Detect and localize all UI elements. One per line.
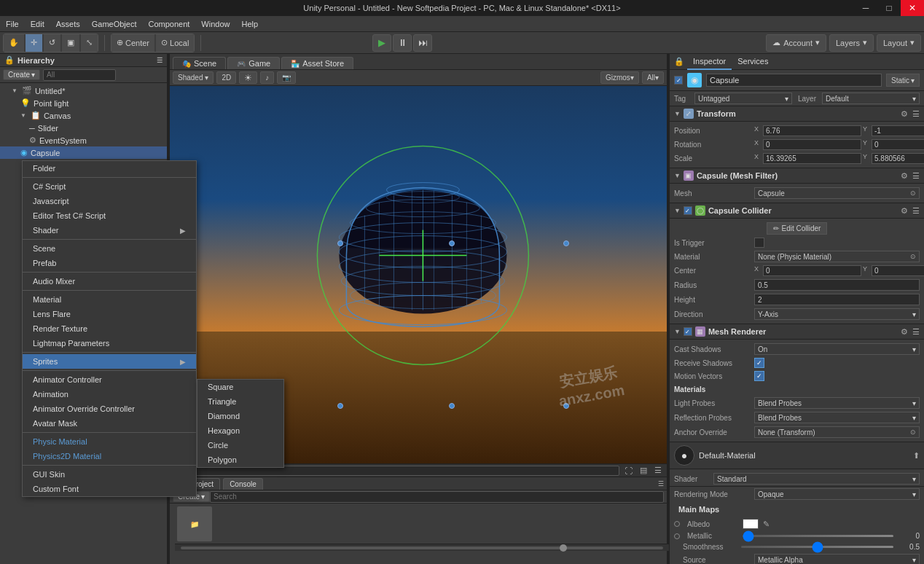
- layers-scene-dropdown[interactable]: All ▾: [642, 71, 664, 84]
- submenu-diamond[interactable]: Diamond: [197, 409, 283, 423]
- collider-menu-icon[interactable]: ☰: [912, 206, 920, 216]
- scale-x-input[interactable]: [763, 153, 861, 164]
- ctx-physic-material[interactable]: Physic Material: [23, 434, 196, 449]
- tab-console[interactable]: Console: [223, 478, 263, 490]
- tree-item-capsule[interactable]: ◉ Capsule: [0, 146, 167, 159]
- play-button[interactable]: ▶: [372, 34, 391, 52]
- hierarchy-lock-icon[interactable]: 🔒: [4, 55, 15, 65]
- context-menu[interactable]: Folder C# Script Javascript Editor Test …: [22, 160, 197, 497]
- edit-collider-button[interactable]: ✏ Edit Collider: [767, 222, 828, 235]
- selection-handle-tr[interactable]: [563, 240, 569, 246]
- step-button[interactable]: ⏭: [413, 34, 432, 52]
- view-2d-button[interactable]: 2D: [216, 71, 236, 84]
- albedo-pencil-icon[interactable]: ✎: [763, 520, 770, 529]
- pause-button[interactable]: ⏸: [393, 34, 412, 52]
- menu-gameobject[interactable]: GameObject: [86, 16, 143, 32]
- audio-button[interactable]: ♪: [260, 71, 274, 84]
- minimize-button[interactable]: ─: [854, 0, 877, 16]
- scale-y-input[interactable]: [872, 153, 924, 164]
- meshfilter-component-header[interactable]: ▼ ▣ Capsule (Mesh Filter) ⚙ ☰: [670, 168, 924, 184]
- menu-window[interactable]: Window: [195, 16, 235, 32]
- ctx-shader[interactable]: Shader ▶: [23, 223, 196, 238]
- menu-file[interactable]: File: [0, 16, 25, 32]
- collider-mat-select-icon[interactable]: ⊙: [910, 253, 916, 260]
- selection-handle-tm[interactable]: [449, 240, 455, 246]
- is-trigger-checkbox[interactable]: [754, 238, 764, 248]
- renderer-component-header[interactable]: ▼ ✓ ▦ Mesh Renderer ⚙ ☰: [670, 324, 924, 340]
- scene-bottom-icon-3[interactable]: ☰: [652, 466, 664, 475]
- ctx-avatar-mask[interactable]: Avatar Mask: [23, 416, 196, 431]
- tab-inspector[interactable]: Inspector: [687, 54, 732, 70]
- collider-settings-icon[interactable]: ⚙: [901, 206, 908, 216]
- assets-search-input[interactable]: [210, 491, 664, 503]
- tag-dropdown[interactable]: Untagged ▾: [694, 93, 792, 104]
- cast-shadows-dropdown[interactable]: On ▾: [754, 343, 920, 355]
- rotation-x-input[interactable]: [763, 139, 861, 150]
- ctx-animator-override[interactable]: Animator Override Controller: [23, 402, 196, 416]
- material-expand-icon[interactable]: ⬆: [913, 451, 920, 461]
- tree-item-untitled[interactable]: ▼ 🎬 Untitled*: [0, 85, 167, 97]
- ctx-physics2d-material[interactable]: Physics2D Material: [23, 449, 196, 463]
- submenu-triangle[interactable]: Triangle: [197, 394, 283, 409]
- lighting-button[interactable]: ☀: [239, 71, 257, 84]
- ctx-csharp[interactable]: C# Script: [23, 179, 196, 194]
- hand-tool[interactable]: ✋: [4, 34, 24, 52]
- ctx-material[interactable]: Material: [23, 292, 196, 307]
- submenu-polygon[interactable]: Polygon: [197, 453, 283, 467]
- static-dropdown[interactable]: Static ▾: [886, 74, 920, 87]
- meshfilter-menu-icon[interactable]: ☰: [912, 171, 920, 181]
- layout-dropdown[interactable]: Layout ▾: [877, 34, 921, 52]
- rect-tool[interactable]: ⤡: [81, 34, 98, 52]
- rotate-tool[interactable]: ↺: [44, 34, 60, 52]
- menu-help[interactable]: Help: [235, 16, 264, 32]
- renderer-enable-checkbox[interactable]: ✓: [684, 327, 692, 336]
- source-dropdown[interactable]: Metallic Alpha ▾: [754, 554, 920, 564]
- ctx-render-texture[interactable]: Render Texture: [23, 321, 196, 336]
- smoothness-slider[interactable]: [741, 546, 893, 548]
- object-name-input[interactable]: [706, 74, 882, 87]
- gizmos-dropdown[interactable]: Gizmos ▾: [600, 71, 639, 84]
- hierarchy-menu-icon[interactable]: ☰: [157, 57, 163, 64]
- hierarchy-create-button[interactable]: Create ▾: [3, 69, 40, 80]
- shading-dropdown[interactable]: Shaded ▾: [173, 71, 214, 84]
- reflection-probes-dropdown[interactable]: Blend Probes ▾: [754, 412, 920, 423]
- submenu-square[interactable]: Square: [197, 380, 283, 394]
- anchor-select-icon[interactable]: ⊙: [910, 428, 916, 436]
- center-y-input[interactable]: [872, 265, 924, 276]
- assets-menu-icon[interactable]: ☰: [658, 480, 664, 487]
- ctx-editor-test[interactable]: Editor Test C# Script: [23, 208, 196, 223]
- position-x-input[interactable]: [763, 125, 861, 136]
- metallic-slider[interactable]: [743, 535, 893, 537]
- tab-asset-store[interactable]: 🏪 Asset Store: [281, 57, 353, 69]
- transform-component-header[interactable]: ▼ ⤢ Transform ⚙ ☰: [670, 106, 924, 122]
- submenu-circle[interactable]: Circle: [197, 438, 283, 453]
- submenu-hexagon[interactable]: Hexagon: [197, 423, 283, 438]
- position-y-input[interactable]: [872, 125, 924, 136]
- ctx-folder[interactable]: Folder: [23, 161, 196, 176]
- renderer-settings-icon[interactable]: ⚙: [901, 327, 908, 337]
- ctx-animator-controller[interactable]: Animator Controller: [23, 372, 196, 387]
- renderer-menu-icon[interactable]: ☰: [912, 327, 920, 337]
- ctx-audio-mixer[interactable]: Audio Mixer: [23, 274, 196, 289]
- rotation-y-input[interactable]: [872, 139, 924, 150]
- shader-dropdown[interactable]: Standard ▾: [713, 473, 920, 485]
- transform-menu-icon[interactable]: ☰: [912, 109, 920, 119]
- tree-item-point-light[interactable]: 💡 Point light: [0, 97, 167, 109]
- sprites-submenu[interactable]: Square Triangle Diamond Hexagon Circle P…: [197, 379, 284, 468]
- anchor-override-selector[interactable]: None (Transform) ⊙: [754, 426, 920, 438]
- menu-edit[interactable]: Edit: [25, 16, 50, 32]
- light-probes-dropdown[interactable]: Blend Probes ▾: [754, 397, 920, 409]
- scale-tool[interactable]: ▣: [62, 34, 79, 52]
- layers-dropdown[interactable]: Layers ▾: [829, 34, 874, 52]
- tree-item-eventsystem[interactable]: ⚙ EventSystem: [0, 134, 167, 146]
- layer-dropdown[interactable]: Default ▾: [822, 93, 920, 104]
- menu-component[interactable]: Component: [142, 16, 195, 32]
- selection-handle-bm[interactable]: [449, 403, 455, 409]
- tab-services[interactable]: Services: [732, 54, 774, 70]
- mesh-select-icon[interactable]: ⊙: [910, 189, 916, 197]
- center-button[interactable]: ⊕ Center: [111, 34, 154, 52]
- ctx-lightmap-params[interactable]: Lightmap Parameters: [23, 336, 196, 350]
- assets-slider-thumb[interactable]: [560, 544, 567, 552]
- ctx-lens-flare[interactable]: Lens Flare: [23, 307, 196, 321]
- inspector-lock-icon[interactable]: 🔒: [674, 57, 684, 66]
